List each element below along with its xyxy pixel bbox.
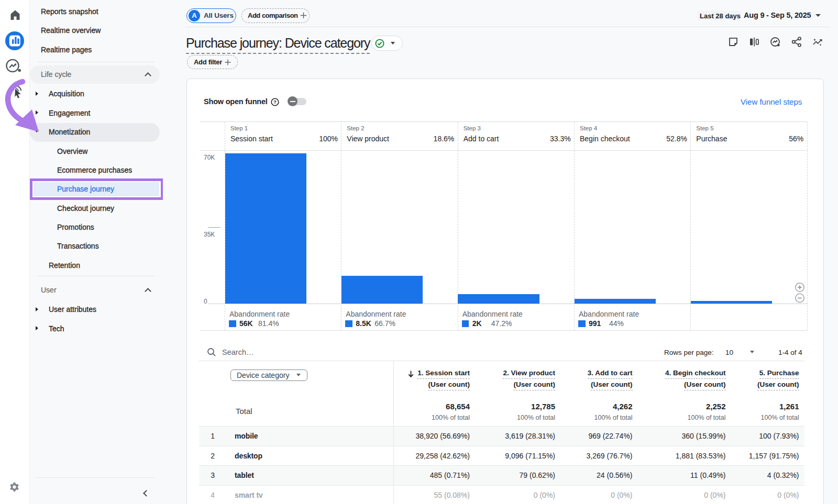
svg-text:?: ? [273, 99, 277, 105]
